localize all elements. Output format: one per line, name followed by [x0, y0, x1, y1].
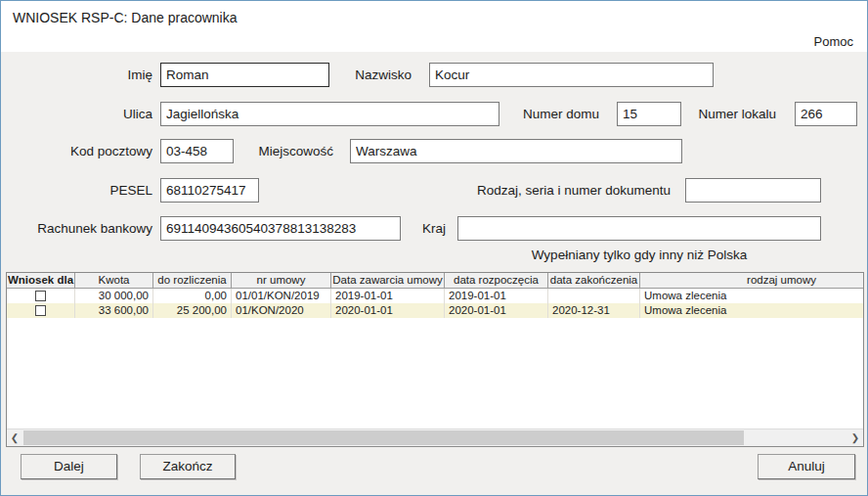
miejscowosc-input[interactable] — [350, 139, 682, 163]
help-link[interactable]: Pomoc — [814, 34, 853, 49]
col-header-nr-umowy[interactable]: nr umowy — [232, 273, 331, 288]
rachunek-label: Rachunek bankowy — [18, 221, 152, 236]
dalej-button[interactable]: Dalej — [21, 454, 117, 479]
numer-domu-input[interactable] — [617, 102, 681, 126]
wniosek-checkbox[interactable] — [35, 305, 46, 316]
imie-label: Imię — [55, 68, 152, 82]
numer-domu-label: Numer domu — [501, 107, 599, 121]
dokument-input[interactable] — [685, 178, 821, 203]
kraj-label: Kraj — [368, 221, 446, 236]
col-header-data-rozpoczecia[interactable]: data rozpoczęcia — [445, 273, 548, 288]
col-header-kwota[interactable]: Kwota — [75, 273, 153, 288]
kraj-note: Wypełniany tylko gdy inny niż Polska — [457, 248, 821, 262]
dokument-label: Rodzaj, seria i numer dokumentu — [446, 183, 671, 198]
cell-data-rozpoczecia: 2020-01-01 — [445, 303, 548, 318]
zakoncz-button[interactable]: Zakończ — [140, 454, 236, 479]
col-header-data-zawarcia[interactable]: Data zawarcia umowy — [331, 273, 445, 288]
scroll-right-icon[interactable]: ❯ — [847, 429, 863, 446]
table-row[interactable]: 30 000,00 0,00 01/01/KON/2019 2019-01-01… — [7, 289, 863, 303]
kraj-input[interactable] — [457, 216, 821, 241]
scroll-left-icon[interactable]: ❮ — [7, 429, 22, 446]
table-row[interactable]: 33 600,00 25 200,00 01/KON/2020 2020-01-… — [7, 303, 863, 318]
cell-kwota: 30 000,00 — [75, 289, 153, 303]
table-header-row: Wniosek dla Kwota do rozliczenia nr umow… — [7, 273, 863, 289]
rsp-c-dialog: WNIOSEK RSP-C: Dane pracownika Pomoc Imi… — [0, 0, 868, 496]
window-title: WNIOSEK RSP-C: Dane pracownika — [13, 10, 238, 25]
col-header-do-rozliczenia[interactable]: do rozliczenia — [153, 273, 232, 288]
cell-rodzaj-umowy: Umowa zlecenia — [640, 289, 863, 303]
cell-data-zawarcia: 2019-01-01 — [331, 289, 445, 303]
cell-do-rozliczenia: 25 200,00 — [153, 303, 232, 318]
numer-lokalu-input[interactable] — [795, 102, 857, 126]
kod-pocztowy-label: Kod pocztowy — [45, 144, 152, 158]
pesel-label: PESEL — [55, 183, 152, 198]
scrollbar-thumb[interactable] — [23, 430, 744, 445]
nazwisko-label: Nazwisko — [314, 68, 412, 82]
cell-data-zakonczenia: 2020-12-31 — [548, 303, 640, 318]
kod-pocztowy-input[interactable] — [160, 139, 234, 163]
wniosek-checkbox-cell — [7, 303, 75, 318]
col-header-data-zakonczenia[interactable]: data zakończenia — [548, 273, 640, 288]
cell-nr-umowy: 01/KON/2020 — [232, 303, 331, 318]
cell-kwota: 33 600,00 — [75, 303, 153, 318]
horizontal-scrollbar[interactable]: ❮ ❯ — [7, 428, 863, 446]
cell-data-zawarcia: 2020-01-01 — [331, 303, 445, 318]
cell-data-rozpoczecia: 2019-01-01 — [445, 289, 548, 303]
title-bar: WNIOSEK RSP-C: Dane pracownika — [1, 1, 867, 52]
contracts-table: Wniosek dla Kwota do rozliczenia nr umow… — [6, 272, 864, 447]
nazwisko-input[interactable] — [429, 63, 714, 87]
cell-data-zakonczenia — [548, 289, 640, 303]
ulica-label: Ulica — [55, 107, 152, 121]
cell-nr-umowy: 01/01/KON/2019 — [232, 289, 331, 303]
pesel-input[interactable] — [160, 178, 259, 203]
scrollbar-track[interactable] — [22, 429, 847, 446]
wniosek-checkbox-cell — [7, 289, 75, 303]
col-header-rodzaj-umowy[interactable]: rodzaj umowy — [640, 273, 863, 288]
miejscowosc-label: Miejscowość — [236, 144, 333, 158]
cell-do-rozliczenia: 0,00 — [153, 289, 232, 303]
rachunek-input[interactable] — [160, 216, 401, 241]
ulica-input[interactable] — [160, 102, 499, 126]
anuluj-button[interactable]: Anuluj — [758, 454, 855, 479]
wniosek-checkbox[interactable] — [35, 291, 46, 301]
col-header-wniosek-dla[interactable]: Wniosek dla — [7, 273, 75, 288]
cell-rodzaj-umowy: Umowa zlecenia — [640, 303, 863, 318]
numer-lokalu-label: Numer lokalu — [678, 107, 776, 121]
imie-input[interactable] — [160, 63, 329, 87]
